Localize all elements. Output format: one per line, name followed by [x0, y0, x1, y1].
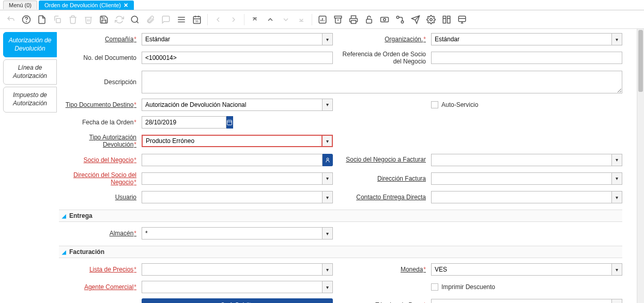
search-icon[interactable]: [128, 13, 142, 26]
search-lookup-icon[interactable]: [323, 154, 333, 166]
tab-menu[interactable]: Menú (0): [3, 1, 37, 9]
field-socio-negocio: [142, 154, 333, 166]
section-entrega[interactable]: ◢ Entrega: [59, 210, 622, 222]
help-icon[interactable]: [20, 13, 33, 26]
attachment-icon[interactable]: [144, 13, 157, 26]
sidetab-impuesto[interactable]: Impuesto de Autorización: [3, 87, 57, 112]
report-icon[interactable]: [316, 13, 329, 26]
input-termino-pago[interactable]: [431, 299, 612, 303]
input-referencia[interactable]: [431, 52, 622, 64]
toolbar-separator: [207, 14, 208, 25]
nav-down-icon[interactable]: [279, 13, 293, 26]
input-no-documento[interactable]: [142, 52, 333, 64]
delete-icon[interactable]: [66, 13, 80, 26]
nav-first-icon[interactable]: [248, 13, 262, 26]
checkbox-imprimir-descuento[interactable]: Imprimir Descuento: [431, 283, 622, 291]
svg-point-27: [396, 16, 399, 19]
chevron-down-icon[interactable]: ▾: [323, 227, 333, 240]
chevron-down-icon[interactable]: ▾: [612, 172, 622, 185]
input-direccion-socio[interactable]: [142, 172, 323, 185]
nav-next-icon[interactable]: [227, 13, 240, 26]
checkbox-auto-servicio[interactable]: Auto-Servicio: [431, 101, 622, 108]
product-info-icon[interactable]: [440, 13, 453, 26]
input-socio-facturar[interactable]: [431, 154, 612, 166]
lock-icon[interactable]: [362, 13, 376, 26]
input-tipo-doc-destino[interactable]: [142, 99, 323, 111]
send-icon[interactable]: [409, 13, 422, 26]
field-no-documento: [142, 52, 333, 64]
toolbar-separator: [312, 14, 312, 25]
close-icon[interactable]: ✕: [124, 2, 128, 9]
label-socio-facturar: Socio del Negocio a Facturar: [338, 156, 426, 163]
calendar-picker-icon[interactable]: [226, 116, 233, 129]
input-lista-precios[interactable]: [142, 263, 323, 276]
chevron-down-icon[interactable]: ▾: [323, 135, 333, 147]
checkbox-box[interactable]: [431, 101, 438, 108]
save-icon[interactable]: [97, 13, 111, 26]
gear-icon[interactable]: [424, 13, 438, 26]
field-fecha-orden: [142, 116, 204, 129]
refresh-icon[interactable]: [113, 13, 126, 26]
form-area: Compañía ▾ Organización. ▾ No. del Docum…: [57, 29, 644, 303]
svg-point-31: [430, 18, 433, 21]
chevron-down-icon[interactable]: ▾: [323, 33, 333, 45]
field-moneda: ▾: [431, 263, 622, 276]
input-contacto-entrega[interactable]: [431, 191, 612, 203]
scrollbar[interactable]: [637, 29, 644, 303]
undo-icon[interactable]: [4, 13, 18, 26]
chevron-down-icon[interactable]: ▾: [612, 299, 622, 303]
chevron-down-icon[interactable]: ▾: [323, 263, 333, 276]
input-socio-negocio[interactable]: [142, 154, 323, 166]
scrollbar-thumb[interactable]: [638, 30, 643, 92]
chevron-down-icon[interactable]: ▾: [612, 154, 622, 166]
delete-multi-icon[interactable]: [82, 13, 95, 26]
input-organizacion[interactable]: [431, 33, 612, 45]
input-fecha-orden[interactable]: [142, 116, 226, 129]
chevron-down-icon[interactable]: ▾: [323, 172, 333, 185]
input-direccion-factura[interactable]: [431, 172, 612, 185]
section-facturacion[interactable]: ◢ Facturación: [59, 246, 622, 258]
workflow-icon[interactable]: [393, 13, 407, 26]
chevron-down-icon[interactable]: ▾: [323, 99, 333, 111]
input-moneda[interactable]: [431, 263, 612, 276]
print-icon[interactable]: [347, 13, 360, 26]
sidetab-autorizacion[interactable]: Autorización de Devolución: [3, 32, 57, 57]
input-almacen[interactable]: [142, 227, 323, 240]
textarea-descripcion[interactable]: [142, 71, 622, 93]
chevron-down-icon[interactable]: ▾: [612, 263, 622, 276]
calendar-icon[interactable]: 31: [190, 13, 204, 26]
a-credito-button[interactable]: A Crédito: [142, 298, 333, 303]
chevron-down-icon[interactable]: ▾: [612, 33, 622, 45]
label-tipo-aut-devolucion: Tipo Autorización Devolución: [59, 134, 136, 149]
input-usuario[interactable]: [142, 191, 323, 203]
label-socio-negocio: Socio del Negocio: [59, 156, 136, 164]
input-tipo-aut-devolucion[interactable]: [142, 135, 323, 147]
archive-icon[interactable]: [331, 13, 345, 26]
input-agente-comercial[interactable]: [142, 281, 323, 293]
input-compania[interactable]: [142, 33, 323, 45]
tab-return-order[interactable]: Orden de Devolución (Cliente) ✕: [39, 1, 134, 10]
grid-icon[interactable]: [175, 13, 188, 26]
chevron-down-icon[interactable]: ▾: [323, 191, 333, 203]
chevron-down-icon[interactable]: ▾: [323, 281, 333, 293]
field-referencia: [431, 52, 622, 64]
nav-up-icon[interactable]: [264, 13, 277, 26]
nav-last-icon[interactable]: [295, 13, 308, 26]
svg-point-26: [384, 18, 386, 21]
collapse-icon: ◢: [62, 213, 66, 219]
new-icon[interactable]: [35, 13, 49, 26]
zoom-icon[interactable]: [378, 13, 391, 26]
chat-icon[interactable]: [159, 13, 173, 26]
label-compania: Compañía: [59, 36, 136, 43]
field-termino-pago: ▾: [431, 299, 622, 303]
preview-icon[interactable]: [455, 13, 469, 26]
field-agente-comercial: ▾: [142, 281, 333, 293]
tab-active-label: Orden de Devolución (Cliente): [44, 2, 121, 8]
label-organizacion: Organización.: [338, 36, 426, 43]
sidetab-linea[interactable]: Línea de Autorización: [3, 59, 57, 85]
copy-icon[interactable]: [51, 13, 64, 26]
chevron-down-icon[interactable]: ▾: [612, 191, 622, 203]
nav-prev-icon[interactable]: [211, 13, 225, 26]
checkbox-box[interactable]: [431, 283, 438, 291]
top-tabs: Menú (0) Orden de Devolución (Cliente) ✕: [0, 0, 644, 10]
